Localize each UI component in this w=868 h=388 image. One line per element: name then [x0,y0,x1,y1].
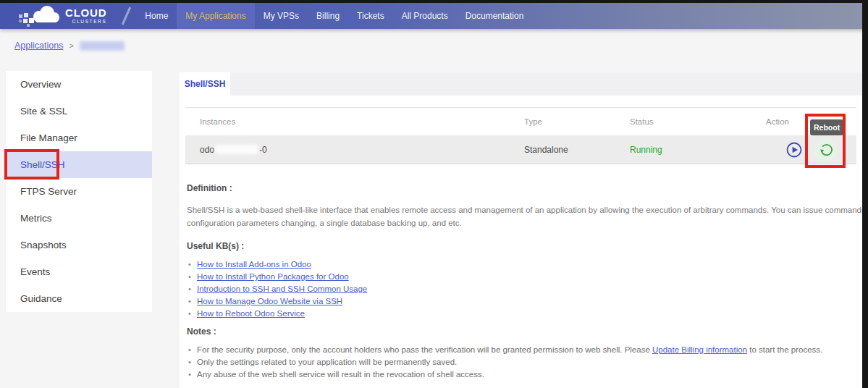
sidebar-item-file-manager[interactable]: File Manager [6,125,152,151]
brand-line2: CLUSTERS [65,20,106,25]
nav-item-my-vpss[interactable]: My VPSs [255,3,308,29]
reboot-button[interactable] [814,138,837,161]
cloud-logo-icon [17,4,62,28]
brand-line1: CLOUD [65,7,106,18]
info-sections: Definition : Shell/SSH is a web-based sh… [187,183,862,381]
nav-item-documentation[interactable]: Documentation [457,3,533,29]
breadcrumb: Applications > [14,41,125,51]
brand-text: CLOUD CLUSTERS [65,7,106,25]
sidebar-item-site-ssl[interactable]: Site & SSL [6,98,152,125]
list-item: How to Install Add-ons in Odoo [187,258,862,271]
table-header-row: Instances Type Status Action [185,108,856,135]
col-header-status: Status [630,117,766,126]
list-item: For the security purpose, only the accou… [187,344,862,356]
kb-link-install-addons[interactable]: How to Install Add-ons in Odoo [197,260,311,269]
sidebar-item-guidance[interactable]: Guidance [6,285,152,312]
brand-logo[interactable]: CLOUD CLUSTERS [17,4,106,28]
action-cell [766,138,856,161]
definition-paragraph: Shell/SSH is a web-based shell-like inte… [187,203,862,229]
nav-item-my-applications[interactable]: My Applications [177,3,254,29]
instance-name-prefix: odo [200,145,214,155]
instances-table: Instances Type Status Action odo -0 Stan… [185,107,856,164]
kb-title: Useful KB(s) : [187,241,862,251]
tab-shell-ssh[interactable]: Shell/SSH [180,72,230,96]
instance-name-cell: odo -0 [200,145,524,155]
breadcrumb-separator: > [69,41,73,50]
web-shell-button[interactable] [786,142,802,158]
nav-item-billing[interactable]: Billing [308,3,348,29]
nav-item-all-products[interactable]: All Products [393,3,457,29]
breadcrumb-applications-link[interactable]: Applications [14,41,63,51]
notes-title: Notes : [187,326,862,337]
sidebar-item-ftps-server[interactable]: FTPS Server [6,178,152,205]
sidebar: Overview Site & SSL File Manager Shell/S… [6,71,152,312]
definition-line2: configuration parameters changing, a sin… [187,216,862,229]
reboot-icon [818,143,833,157]
slash-divider-icon [122,7,131,25]
main-panel: Shell/SSH Instances Type Status Action o… [180,72,862,388]
col-header-instances: Instances [200,117,524,126]
kb-link-reboot-odoo[interactable]: How to Reboot Odoo Service [197,309,305,318]
page: { "nav": { "brand": { "line1": "CLOUD", … [0,0,868,388]
window-frame-top [0,0,868,3]
sidebar-item-snapshots[interactable]: Snapshots [6,232,152,258]
sidebar-item-shell-ssh[interactable]: Shell/SSH [6,151,152,178]
kb-links: How to Install Add-ons in Odoo How to In… [187,258,862,320]
window-frame-right [862,0,868,388]
list-item: How to Manage Odoo Website via SSH [187,295,862,308]
list-item: Any abuse of the web shell service will … [187,368,862,381]
sidebar-item-events[interactable]: Events [6,258,152,285]
note1-pre: For the security purpose, only the accou… [197,345,652,354]
play-icon [786,142,802,158]
main-content: Instances Type Status Action odo -0 Stan… [180,96,862,388]
kb-link-manage-odoo-ssh[interactable]: How to Manage Odoo Website via SSH [197,297,342,305]
instance-name-suffix: -0 [259,145,267,155]
update-billing-link[interactable]: Update Billing information [652,345,747,354]
instance-name-redacted [215,145,258,154]
reboot-tooltip: Reboot [810,119,843,135]
tab-strip: Shell/SSH [180,72,862,96]
sidebar-item-metrics[interactable]: Metrics [6,205,152,232]
definition-title: Definition : [187,183,862,193]
instance-type-cell: Standalone [524,145,630,155]
status-badge: Running [630,145,766,155]
top-nav: CLOUD CLUSTERS Home My Applications My V… [0,3,868,29]
table-row: odo -0 Standalone Running [185,135,856,164]
nav-item-home[interactable]: Home [136,3,177,29]
nav-item-tickets[interactable]: Tickets [348,3,393,29]
note1-post: to start the process. [747,345,822,354]
definition-line1: Shell/SSH is a web-based shell-like inte… [187,203,862,216]
sidebar-item-overview[interactable]: Overview [6,71,152,98]
list-item: Introduction to SSH and SSH Common Usage [187,283,862,295]
kb-link-intro-ssh[interactable]: Introduction to SSH and SSH Common Usage [197,284,367,293]
nav-items: Home My Applications My VPSs Billing Tic… [136,3,532,29]
list-item: How to Reboot Odoo Service [187,308,862,320]
kb-link-install-python-packages[interactable]: How to Install Python Packages for Odoo [197,272,349,281]
list-item: How to Install Python Packages for Odoo [187,271,862,283]
list-item: Only the settings related to your applic… [187,356,862,368]
col-header-type: Type [524,117,630,126]
breadcrumb-current-redacted [80,41,125,51]
notes-list: For the security purpose, only the accou… [187,344,862,381]
